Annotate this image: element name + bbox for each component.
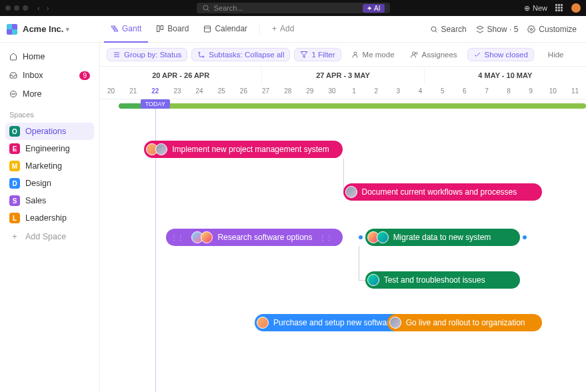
inbox-icon <box>9 71 17 79</box>
space-item-leadership[interactable]: LLeadership <box>5 209 94 227</box>
space-label: Leadership <box>25 213 67 223</box>
workspace-switcher[interactable]: Acme Inc. ▾ <box>23 24 69 34</box>
sidebar-home[interactable]: Home <box>5 48 94 65</box>
task-label: Research software options <box>217 233 312 242</box>
space-item-marketing[interactable]: MMarketing <box>5 157 94 175</box>
nav-forward-icon[interactable]: › <box>47 4 49 12</box>
svg-rect-4 <box>115 30 118 31</box>
filter-group[interactable]: Group by: Status <box>107 48 187 61</box>
svg-line-1 <box>207 9 209 11</box>
svg-point-22 <box>415 52 417 54</box>
svg-marker-11 <box>477 26 483 29</box>
drag-handle-icon[interactable]: ⋮⋮ <box>317 234 335 241</box>
home-icon <box>9 53 17 61</box>
gantt-task[interactable]: Go live and rollout to organization <box>387 314 542 331</box>
gantt-task[interactable]: Test and troubleshoot issues <box>365 271 520 289</box>
search-placeholder: Search... <box>214 4 243 12</box>
space-item-design[interactable]: DDesign <box>5 175 94 192</box>
day-label: 4 <box>409 84 431 99</box>
svg-point-14 <box>12 94 13 95</box>
window-controls[interactable] <box>5 5 28 11</box>
day-label: 9 <box>520 84 542 99</box>
stack-icon <box>113 51 121 59</box>
day-label: 27 <box>255 84 277 99</box>
apps-grid-icon[interactable] <box>555 4 563 12</box>
tab-gantt[interactable]: Gantt <box>104 16 148 43</box>
assignee-avatars[interactable] <box>146 143 167 155</box>
space-label: Design <box>25 179 51 188</box>
filter-hide[interactable]: Hide <box>542 48 570 61</box>
assignee-avatars[interactable] <box>367 231 389 243</box>
tab-calendar[interactable]: Calendar <box>197 16 254 43</box>
dependency-dot[interactable] <box>359 235 363 239</box>
plus-icon: + <box>272 24 277 33</box>
assignee-avatars[interactable] <box>191 231 213 243</box>
add-space-button[interactable]: + Add Space <box>5 228 94 245</box>
add-view-button[interactable]: + Add <box>265 16 301 43</box>
space-item-operations[interactable]: OOperations <box>5 123 94 140</box>
filter-show-closed[interactable]: Show closed <box>467 48 534 61</box>
nav-arrows[interactable]: ‹ › <box>37 4 49 12</box>
svg-point-12 <box>531 28 533 30</box>
drag-handle-icon[interactable]: ⋮⋮ <box>168 234 187 241</box>
space-item-sales[interactable]: SSales <box>5 192 94 209</box>
assignee-avatars[interactable] <box>257 317 269 329</box>
sidebar-more[interactable]: More <box>5 85 94 103</box>
gantt-chart[interactable]: TODAYImplement new project management sy… <box>100 99 586 392</box>
user-avatar[interactable] <box>571 3 581 13</box>
spaces-heading: Spaces <box>5 104 94 121</box>
avatar-icon <box>201 231 213 243</box>
ai-button[interactable]: ✦ AI <box>363 4 384 13</box>
tab-board[interactable]: Board <box>149 16 195 43</box>
gantt-task[interactable]: Implement new project management system <box>144 141 343 158</box>
svg-rect-7 <box>205 26 211 32</box>
svg-rect-5 <box>157 25 160 31</box>
chevron-down-icon: ▾ <box>66 26 69 33</box>
day-label: 1 <box>343 84 365 99</box>
show-action[interactable]: Show · 5 <box>476 25 519 34</box>
today-marker: TODAY <box>141 99 170 109</box>
workspace-logo-icon <box>7 24 17 35</box>
filter-assignees[interactable]: Assignees <box>405 48 463 61</box>
gantt-task[interactable]: Document current workflows and processes <box>343 183 542 201</box>
space-label: Sales <box>25 196 46 205</box>
global-search[interactable]: Search... ✦ AI <box>197 3 390 13</box>
gantt-task[interactable]: Migrate data to new system <box>365 229 520 246</box>
svg-point-18 <box>203 56 204 57</box>
check-icon <box>473 51 481 59</box>
week-label: 27 APR - 3 MAY <box>262 67 424 84</box>
assignee-avatars[interactable] <box>367 274 379 286</box>
space-color-icon: O <box>9 126 20 137</box>
new-button[interactable]: ⊕ New <box>524 4 547 13</box>
day-label: 8 <box>498 84 520 99</box>
search-action[interactable]: Search <box>430 25 467 34</box>
task-label: Go live and rollout to organization <box>406 318 525 327</box>
assignee-avatars[interactable] <box>345 186 357 198</box>
filter-count[interactable]: 1 Filter <box>294 48 341 61</box>
assignee-avatars[interactable] <box>389 317 401 329</box>
board-icon <box>156 25 164 33</box>
svg-point-21 <box>412 52 415 55</box>
space-item-engineering[interactable]: EEngineering <box>5 140 94 157</box>
filter-subtasks[interactable]: Subtasks: Collapse all <box>191 48 290 61</box>
customize-action[interactable]: Customize <box>527 25 577 34</box>
plus-circle-icon: ⊕ <box>524 4 530 13</box>
space-color-icon: D <box>9 178 20 189</box>
gantt-task[interactable]: Purchase and setup new software <box>255 314 409 331</box>
nav-back-icon[interactable]: ‹ <box>37 4 40 12</box>
svg-line-10 <box>435 31 437 32</box>
svg-point-16 <box>15 94 15 95</box>
overview-progress-bar[interactable] <box>119 103 586 109</box>
sidebar-inbox[interactable]: Inbox 9 <box>5 67 94 84</box>
avatar-icon <box>367 274 379 286</box>
space-color-icon: E <box>9 143 20 154</box>
inbox-badge: 9 <box>79 71 90 80</box>
dependency-dot[interactable] <box>523 235 527 239</box>
gantt-icon <box>111 25 119 33</box>
dependency-line <box>359 280 365 281</box>
filter-me-mode[interactable]: Me mode <box>345 48 401 61</box>
svg-rect-3 <box>113 28 117 29</box>
svg-point-20 <box>354 52 357 55</box>
gantt-task[interactable]: ⋮⋮Research software options⋮⋮ <box>166 229 343 246</box>
space-label: Engineering <box>25 144 70 153</box>
